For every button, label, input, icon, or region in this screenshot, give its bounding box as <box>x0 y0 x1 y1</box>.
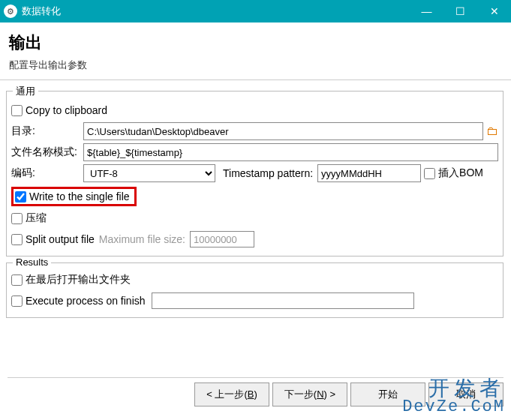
split-label: Split output file <box>26 233 95 245</box>
dir-input[interactable] <box>83 122 483 140</box>
exec-check[interactable]: Execute process on finish <box>11 295 146 307</box>
exec-checkbox[interactable] <box>11 296 23 307</box>
window-title: 数据转化 <box>22 4 410 18</box>
compress-checkbox[interactable] <box>11 213 23 224</box>
next-button[interactable]: 下一步(N) > <box>272 382 347 406</box>
exec-input[interactable] <box>152 292 414 309</box>
open-folder-check[interactable]: 在最后打开输出文件夹 <box>11 273 131 286</box>
split-checkbox[interactable] <box>11 234 23 245</box>
single-file-check[interactable]: Write to the single file <box>15 190 130 202</box>
bom-label: 插入BOM <box>438 166 483 180</box>
general-group: 通用 Copy to clipboard 目录: 🗀 文件名称模式: 编码: U… <box>6 91 503 256</box>
app-icon: ⚙ <box>4 4 17 18</box>
maximize-button[interactable]: ☐ <box>443 0 477 22</box>
cancel-button[interactable]: 取消 <box>428 382 503 406</box>
minimize-button[interactable]: — <box>410 0 443 22</box>
bom-check[interactable]: 插入BOM <box>424 166 483 180</box>
split-check[interactable]: Split output file <box>11 233 95 245</box>
page-title: 输出 <box>9 32 502 54</box>
single-file-label: Write to the single file <box>29 190 130 202</box>
dir-label: 目录: <box>11 124 83 138</box>
page-header: 输出 配置导出输出参数 <box>0 22 511 80</box>
open-folder-checkbox[interactable] <box>11 274 23 286</box>
window-controls: — ☐ ✕ <box>410 0 511 22</box>
maxfs-input <box>190 231 254 248</box>
back-button[interactable]: < 上一步(B) <box>194 382 269 406</box>
close-button[interactable]: ✕ <box>477 0 511 22</box>
compress-label: 压缩 <box>26 212 47 225</box>
browse-folder-icon[interactable]: 🗀 <box>486 124 498 138</box>
highlight-box: Write to the single file <box>11 187 137 206</box>
pattern-label: 文件名称模式: <box>11 146 83 159</box>
maxfs-label: Maximum file size: <box>99 233 185 245</box>
results-group: Results 在最后打开输出文件夹 Execute process on fi… <box>6 262 503 318</box>
general-group-title: 通用 <box>13 85 38 98</box>
single-file-checkbox[interactable] <box>15 191 26 202</box>
encoding-select[interactable]: UTF-8 <box>83 164 215 182</box>
timestamp-input[interactable] <box>317 164 421 182</box>
results-group-title: Results <box>13 256 51 268</box>
compress-check[interactable]: 压缩 <box>11 212 47 225</box>
copy-clipboard-checkbox[interactable] <box>11 105 23 116</box>
copy-clipboard-check[interactable]: Copy to clipboard <box>11 104 107 116</box>
page-subtitle: 配置导出输出参数 <box>9 58 502 72</box>
encoding-label: 编码: <box>11 166 83 180</box>
titlebar: ⚙ 数据转化 — ☐ ✕ <box>0 0 511 22</box>
button-bar: < 上一步(B) 下一步(N) > 开始 取消 <box>194 375 503 414</box>
pattern-input[interactable] <box>83 143 498 161</box>
start-button[interactable]: 开始 <box>350 382 425 406</box>
content: 通用 Copy to clipboard 目录: 🗀 文件名称模式: 编码: U… <box>0 80 511 326</box>
copy-clipboard-label: Copy to clipboard <box>26 104 107 116</box>
bom-checkbox[interactable] <box>424 168 435 179</box>
open-folder-label: 在最后打开输出文件夹 <box>26 273 131 286</box>
timestamp-label: Timestamp pattern: <box>223 167 313 179</box>
exec-label: Execute process on finish <box>26 295 146 307</box>
